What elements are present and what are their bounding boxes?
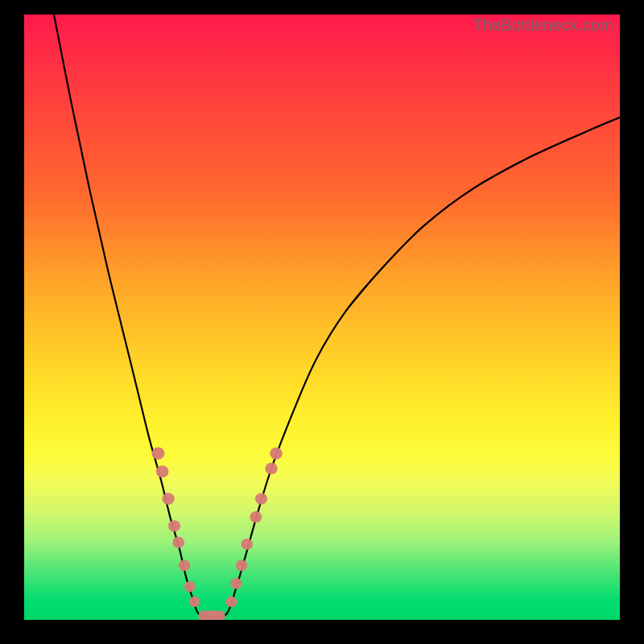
marker-right	[236, 559, 247, 571]
chart-svg	[24, 14, 620, 620]
marker-right	[226, 597, 237, 607]
chart-frame: TheBottleneck.com	[24, 14, 620, 620]
marker-right	[250, 511, 262, 522]
marker-right	[241, 539, 253, 550]
bottleneck-curve	[54, 14, 620, 617]
marker-left	[184, 581, 196, 592]
marker-left	[156, 465, 169, 477]
bottleneck-curve-right-tail	[346, 118, 620, 312]
marker-right	[255, 493, 267, 504]
marker-left	[189, 597, 200, 607]
marker-group	[152, 448, 283, 620]
marker-right	[270, 448, 283, 460]
curve-group	[54, 14, 620, 617]
marker-left	[179, 559, 191, 571]
marker-left	[162, 493, 174, 505]
marker-left	[152, 448, 165, 460]
marker-left	[168, 520, 180, 531]
watermark-text: TheBottleneck.com	[473, 16, 613, 35]
marker-right	[230, 578, 242, 589]
marker-right	[265, 463, 277, 475]
marker-left	[172, 537, 184, 548]
marker-bottom-pill	[198, 610, 225, 620]
